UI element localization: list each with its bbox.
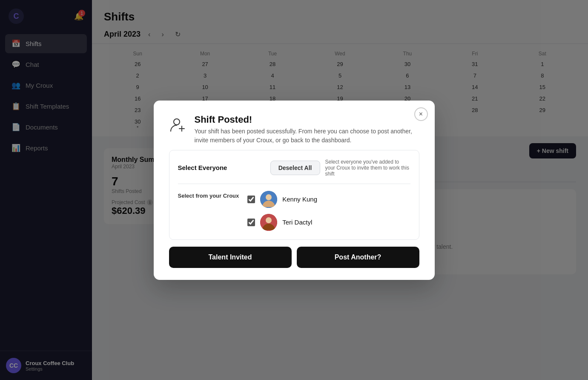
- talent-name-teri: Teri Dactyl: [282, 219, 312, 226]
- modal-description: Your shift has been posted sucessfully. …: [195, 127, 419, 145]
- svg-point-1: [174, 119, 180, 125]
- modal-close-button[interactable]: ×: [414, 107, 428, 121]
- modal-overlay[interactable]: × Shift Posted! Your shift has been post…: [0, 0, 588, 380]
- talent-checkbox-teri[interactable]: [247, 219, 255, 226]
- talent-invited-button[interactable]: Talent Invited: [169, 247, 292, 268]
- select-everyone-label: Select Everyone: [178, 164, 227, 171]
- shift-posted-modal: × Shift Posted! Your shift has been post…: [154, 101, 435, 280]
- deselect-all-button[interactable]: Deselect All: [270, 161, 320, 175]
- talent-name-kenny: Kenny Kung: [282, 196, 317, 203]
- post-another-button[interactable]: Post Another?: [297, 247, 419, 268]
- talent-checkbox-kenny[interactable]: [247, 196, 255, 203]
- avatar-teri: [260, 214, 277, 231]
- select-top-right: Deselect All Select everyone you've adde…: [270, 159, 410, 177]
- modal-header: Shift Posted! Your shift has been posted…: [169, 114, 419, 145]
- from-croux-label: Select from your Croux: [178, 191, 239, 199]
- svg-point-7: [266, 217, 272, 223]
- select-section: Select Everyone Deselect All Select ever…: [169, 150, 419, 240]
- modal-title-block: Shift Posted! Your shift has been posted…: [195, 114, 419, 145]
- svg-point-5: [266, 194, 272, 200]
- talent-item-kenny: Kenny Kung: [247, 191, 410, 208]
- select-hint-text: Select everyone you've added to your Cro…: [325, 159, 410, 177]
- select-top-row: Select Everyone Deselect All Select ever…: [178, 159, 410, 177]
- modal-footer: Talent Invited Post Another?: [169, 247, 419, 268]
- avatar-kenny: [260, 191, 277, 208]
- croux-section: Select from your Croux Kenny Kung: [178, 191, 410, 231]
- talent-list: Kenny Kung Teri Dactyl: [247, 191, 410, 231]
- modal-user-add-icon: [169, 114, 188, 135]
- select-divider: [178, 184, 410, 184]
- talent-item-teri: Teri Dactyl: [247, 214, 410, 231]
- modal-title: Shift Posted!: [195, 114, 419, 125]
